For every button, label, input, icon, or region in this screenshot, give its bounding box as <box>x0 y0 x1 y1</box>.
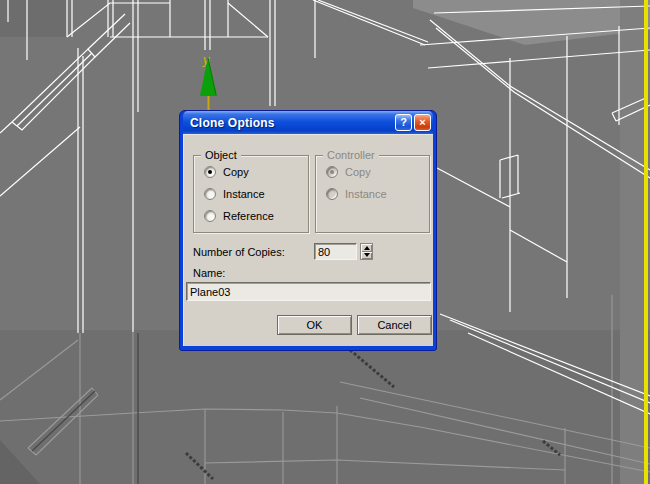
dialog-titlebar[interactable]: Clone Options ? × <box>183 111 433 134</box>
radio-icon[interactable] <box>204 188 216 200</box>
help-button[interactable]: ? <box>395 114 412 131</box>
radio-option-copy[interactable]: Copy <box>204 165 308 178</box>
number-of-copies-label: Number of Copies: <box>193 246 285 258</box>
name-input[interactable] <box>186 282 431 301</box>
object-group-label: Object <box>201 149 241 161</box>
cancel-button[interactable]: Cancel <box>357 315 432 335</box>
clone-options-dialog: Clone Options ? × Object Copy Instance R… <box>179 110 437 351</box>
ok-button[interactable]: OK <box>277 315 352 335</box>
radio-icon[interactable] <box>204 166 216 178</box>
controller-group: Controller Copy Instance <box>315 155 430 233</box>
radio-icon <box>326 188 338 200</box>
dialog-body: Object Copy Instance Reference Controlle… <box>183 134 433 346</box>
radio-icon <box>326 166 338 178</box>
name-label: Name: <box>193 267 225 279</box>
object-group: Object Copy Instance Reference <box>193 155 309 233</box>
spinner-down-button[interactable] <box>361 252 372 260</box>
controller-group-label: Controller <box>323 149 379 161</box>
close-button[interactable]: × <box>414 114 431 131</box>
number-of-copies-spinner <box>360 243 373 260</box>
radio-option-controller-copy: Copy <box>326 165 429 178</box>
dialog-title: Clone Options <box>190 116 393 130</box>
number-of-copies-input[interactable] <box>314 243 357 260</box>
radio-icon[interactable] <box>204 210 216 222</box>
radio-option-instance[interactable]: Instance <box>204 187 308 200</box>
radio-option-reference[interactable]: Reference <box>204 209 308 222</box>
spinner-up-button[interactable] <box>361 244 372 252</box>
radio-option-controller-instance: Instance <box>326 187 429 200</box>
viewport-active-border <box>644 0 648 484</box>
